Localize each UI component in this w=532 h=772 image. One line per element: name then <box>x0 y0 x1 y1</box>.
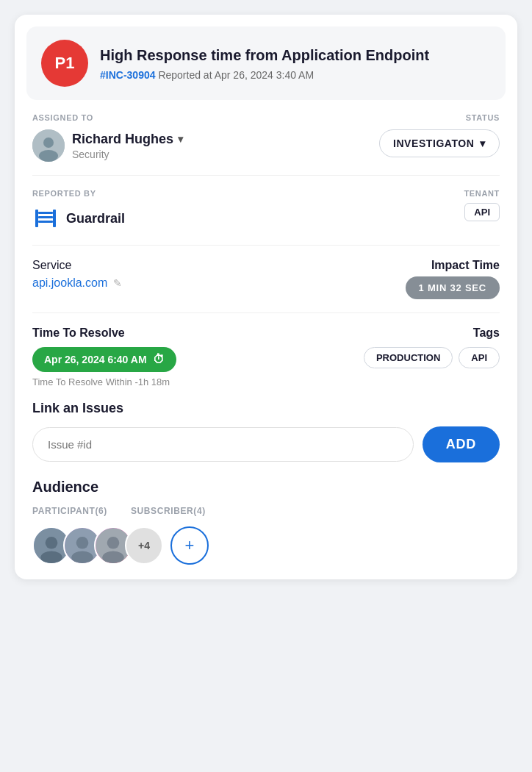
ttr-tags-section: Time To Resolve Apr 26, 2024 6:40 AM ⏱ T… <box>15 313 517 387</box>
priority-badge: P1 <box>41 40 88 87</box>
impact-time-badge: 1 MIN 32 SEC <box>406 276 500 299</box>
audience-more-badge: +4 <box>125 526 163 565</box>
service-label: Service <box>32 259 122 272</box>
participant-label: PARTICIPANT(6) <box>32 506 107 516</box>
incident-meta: #INC-30904 Reported at Apr 26, 2024 3:40… <box>100 69 491 81</box>
ttr-block: Time To Resolve Apr 26, 2024 6:40 AM ⏱ T… <box>32 326 176 387</box>
incident-id[interactable]: #INC-30904 <box>100 69 156 81</box>
assigned-status-section: ASSIGNED TO Richard Hughes ▾ <box>15 100 517 162</box>
tags-label: Tags <box>364 326 500 340</box>
reported-by-label: REPORTED BY <box>32 189 125 198</box>
audience-section: Audience PARTICIPANT(6) SUBSCRIBER(4) <box>15 462 517 565</box>
resolve-sub: Time To Resolve Within -1h 18m <box>32 376 176 387</box>
svg-point-9 <box>46 537 58 549</box>
add-audience-button[interactable]: + <box>170 526 209 565</box>
tenant-block: TENANT API <box>464 189 500 218</box>
status-label: STATUS <box>379 113 500 122</box>
avatar-group: +4 <box>32 526 156 565</box>
svg-point-12 <box>76 537 89 549</box>
svg-rect-4 <box>53 210 56 227</box>
avatar <box>32 129 65 162</box>
reported-section: REPORTED BY Guardrail TENAN <box>15 176 517 232</box>
svg-point-1 <box>43 137 54 148</box>
edit-icon[interactable]: ✎ <box>113 277 122 289</box>
svg-rect-5 <box>38 212 53 214</box>
incident-title: High Response time from Application Endp… <box>100 46 491 65</box>
add-button[interactable]: ADD <box>423 426 500 462</box>
assigned-label: ASSIGNED TO <box>32 113 379 122</box>
impact-label: Impact Time <box>406 259 500 272</box>
incident-header: P1 High Response time from Application E… <box>26 26 506 100</box>
link-row: ADD <box>32 426 500 462</box>
reported-by-block: REPORTED BY Guardrail <box>32 189 125 232</box>
svg-rect-6 <box>38 216 53 218</box>
avatar-svg <box>32 129 65 162</box>
audience-labels: PARTICIPANT(6) SUBSCRIBER(4) <box>32 506 500 516</box>
subscriber-label: SUBSCRIBER(4) <box>131 506 206 516</box>
svg-rect-3 <box>35 210 38 227</box>
svg-point-10 <box>40 551 62 564</box>
link-issues-section: Link an Issues ADD <box>15 387 517 462</box>
ttr-label: Time To Resolve <box>32 326 176 340</box>
guardrail-svg <box>32 205 59 232</box>
resolve-date: Apr 26, 2024 6:40 AM <box>44 354 147 365</box>
service-block: Service api.jookla.com ✎ <box>32 259 122 290</box>
svg-point-15 <box>107 537 120 549</box>
assignee-name[interactable]: Richard Hughes ▾ <box>72 132 183 147</box>
service-url[interactable]: api.jookla.com ✎ <box>32 276 122 290</box>
link-issues-title: Link an Issues <box>32 401 500 416</box>
resolve-badge: Apr 26, 2024 6:40 AM ⏱ <box>32 347 176 372</box>
svg-point-2 <box>39 150 58 162</box>
status-chevron-icon: ▾ <box>480 137 486 149</box>
service-impact-section: Service api.jookla.com ✎ Impact Time 1 M… <box>15 246 517 299</box>
guardrail-icon <box>32 205 59 232</box>
tenant-label: TENANT <box>464 189 500 198</box>
tag-api[interactable]: API <box>459 347 500 368</box>
audience-title: Audience <box>32 479 500 496</box>
status-block: STATUS INVESTIGATON ▾ <box>379 113 500 157</box>
svg-point-16 <box>102 551 124 564</box>
reported-at: Reported at Apr 26, 2024 3:40 AM <box>158 69 314 81</box>
incident-info: High Response time from Application Endp… <box>100 46 491 81</box>
impact-block: Impact Time 1 MIN 32 SEC <box>406 259 500 299</box>
tag-production[interactable]: PRODUCTION <box>364 347 453 368</box>
chevron-down-icon: ▾ <box>178 133 183 145</box>
assignee-info: Richard Hughes ▾ Security <box>72 132 183 160</box>
assigned-block: ASSIGNED TO Richard Hughes ▾ <box>32 113 379 162</box>
user-row: Richard Hughes ▾ Security <box>32 129 379 162</box>
reporter-name: Guardrail <box>66 211 125 226</box>
status-value: INVESTIGATON <box>393 137 474 149</box>
status-dropdown[interactable]: INVESTIGATON ▾ <box>379 129 500 157</box>
svg-rect-7 <box>38 221 53 223</box>
tags-row: PRODUCTION API <box>364 347 500 368</box>
svg-point-13 <box>71 551 93 564</box>
tenant-badge: API <box>464 203 500 221</box>
plus-icon: + <box>185 537 195 554</box>
clock-icon: ⏱ <box>153 353 165 366</box>
tags-block: Tags PRODUCTION API <box>364 326 500 368</box>
reporter-row: Guardrail <box>32 205 125 232</box>
assignee-role: Security <box>72 149 183 160</box>
issue-input[interactable] <box>32 427 414 462</box>
incident-card: P1 High Response time from Application E… <box>15 15 517 579</box>
